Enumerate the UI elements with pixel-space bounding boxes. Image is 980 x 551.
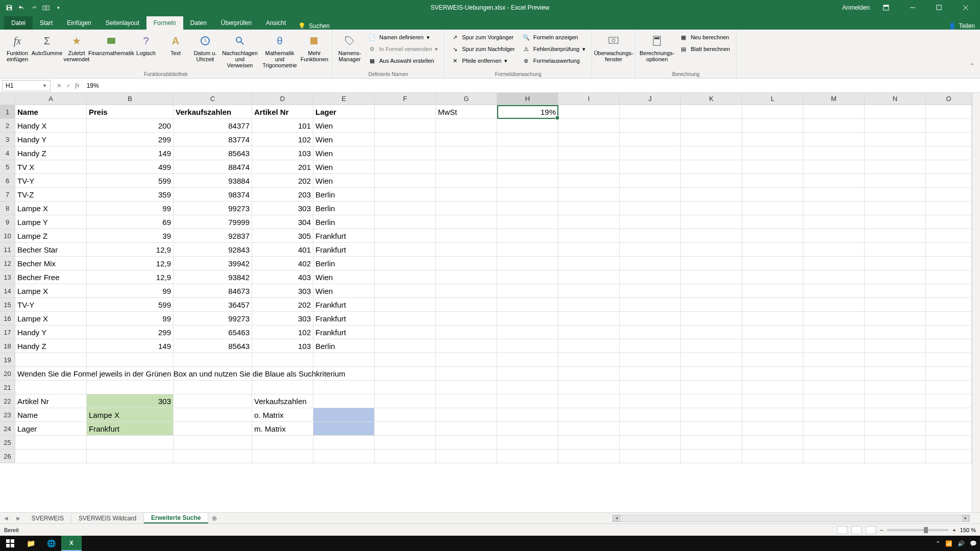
cell-O23[interactable] xyxy=(926,408,972,422)
tab-start[interactable]: Start xyxy=(33,16,60,30)
cell-O25[interactable] xyxy=(926,436,972,449)
row-header-21[interactable]: 21 xyxy=(0,381,15,394)
cell-F20[interactable] xyxy=(375,367,436,381)
cell-L13[interactable] xyxy=(742,270,803,284)
cell-I13[interactable] xyxy=(558,270,620,284)
cell-L12[interactable] xyxy=(742,257,803,270)
cell-M3[interactable] xyxy=(803,133,865,146)
cell-L6[interactable] xyxy=(742,174,803,188)
edge-button[interactable]: 🌐 xyxy=(41,536,61,551)
cell-B17[interactable]: 299 xyxy=(87,325,174,339)
cell-G17[interactable] xyxy=(436,325,497,339)
undo-icon[interactable] xyxy=(17,4,26,12)
cell-H21[interactable] xyxy=(497,381,558,394)
cell-E16[interactable]: Frankfurt xyxy=(313,312,375,325)
cell-C13[interactable]: 93842 xyxy=(174,270,252,284)
name-manager-button[interactable]: Namens-Manager xyxy=(335,32,364,63)
cell-C3[interactable]: 83774 xyxy=(174,133,252,146)
cell-K4[interactable] xyxy=(681,146,742,160)
cell-I2[interactable] xyxy=(558,119,620,133)
cell-H2[interactable] xyxy=(497,119,558,133)
minimize-button[interactable] xyxy=(902,0,923,15)
cell-M4[interactable] xyxy=(803,146,865,160)
cell-H16[interactable] xyxy=(497,312,558,325)
cell-E4[interactable]: Wien xyxy=(313,146,375,160)
lookup-button[interactable]: Nachschlagen und Verweisen xyxy=(220,32,259,69)
cell-I21[interactable] xyxy=(558,381,620,394)
cell-D18[interactable]: 103 xyxy=(252,339,313,353)
cell-I25[interactable] xyxy=(558,436,620,449)
tray-chevron-icon[interactable]: ⌃ xyxy=(936,540,940,547)
datetime-button[interactable]: Datum u. Uhrzeit xyxy=(191,32,219,63)
trace-dependents-button[interactable]: ↘Spur zum Nachfolger xyxy=(448,43,518,55)
cell-B9[interactable]: 69 xyxy=(87,215,174,229)
cell-C4[interactable]: 85643 xyxy=(174,146,252,160)
row-header-24[interactable]: 24 xyxy=(0,422,15,436)
cell-B22[interactable]: 303 xyxy=(87,394,174,408)
cell-E17[interactable]: Frankfurt xyxy=(313,325,375,339)
cell-L8[interactable] xyxy=(742,202,803,215)
cell-K13[interactable] xyxy=(681,270,742,284)
cell-N25[interactable] xyxy=(865,436,926,449)
cell-D24[interactable]: m. Matrix xyxy=(252,422,313,436)
cell-I4[interactable] xyxy=(558,146,620,160)
cell-A19[interactable] xyxy=(15,353,87,367)
cell-I6[interactable] xyxy=(558,174,620,188)
cell-N23[interactable] xyxy=(865,408,926,422)
cell-D13[interactable]: 403 xyxy=(252,270,313,284)
cell-H20[interactable] xyxy=(497,367,558,381)
cell-L2[interactable] xyxy=(742,119,803,133)
cell-J18[interactable] xyxy=(620,339,681,353)
cell-F9[interactable] xyxy=(375,215,436,229)
cell-I9[interactable] xyxy=(558,215,620,229)
cell-K17[interactable] xyxy=(681,325,742,339)
sheet-nav-prev[interactable]: ◄ xyxy=(0,515,12,522)
cell-J3[interactable] xyxy=(620,133,681,146)
cell-H7[interactable] xyxy=(497,188,558,202)
cell-H3[interactable] xyxy=(497,133,558,146)
cell-B21[interactable] xyxy=(87,381,174,394)
cell-K1[interactable] xyxy=(681,105,742,119)
cell-B25[interactable] xyxy=(87,436,174,449)
view-pagebreak-button[interactable] xyxy=(866,526,876,534)
col-header-K[interactable]: K xyxy=(681,93,742,105)
cell-H10[interactable] xyxy=(497,229,558,243)
cell-F24[interactable] xyxy=(375,422,436,436)
cell-M20[interactable] xyxy=(803,367,865,381)
cell-J14[interactable] xyxy=(620,284,681,298)
cell-O26[interactable] xyxy=(926,449,972,463)
cell-D22[interactable]: Verkaufszahlen xyxy=(252,394,313,408)
cell-O11[interactable] xyxy=(926,243,972,257)
cell-C26[interactable] xyxy=(174,449,252,463)
cell-B10[interactable]: 39 xyxy=(87,229,174,243)
cell-C9[interactable]: 79999 xyxy=(174,215,252,229)
cell-H13[interactable] xyxy=(497,270,558,284)
cell-N13[interactable] xyxy=(865,270,926,284)
row-header-22[interactable]: 22 xyxy=(0,394,15,408)
cell-J8[interactable] xyxy=(620,202,681,215)
cell-I14[interactable] xyxy=(558,284,620,298)
cell-A14[interactable]: Lampe X xyxy=(15,284,87,298)
cell-F15[interactable] xyxy=(375,298,436,312)
cell-G2[interactable] xyxy=(436,119,497,133)
cell-B4[interactable]: 149 xyxy=(87,146,174,160)
cell-O17[interactable] xyxy=(926,325,972,339)
cell-G23[interactable] xyxy=(436,408,497,422)
col-header-G[interactable]: G xyxy=(436,93,497,105)
cell-M15[interactable] xyxy=(803,298,865,312)
cell-M22[interactable] xyxy=(803,394,865,408)
cell-K12[interactable] xyxy=(681,257,742,270)
cell-G13[interactable] xyxy=(436,270,497,284)
cell-A17[interactable]: Handy Y xyxy=(15,325,87,339)
cell-H26[interactable] xyxy=(497,449,558,463)
cell-H25[interactable] xyxy=(497,436,558,449)
cell-B20[interactable] xyxy=(87,367,174,381)
cell-O19[interactable] xyxy=(926,353,972,367)
cell-L9[interactable] xyxy=(742,215,803,229)
cell-C23[interactable] xyxy=(174,408,252,422)
cell-A22[interactable]: Artikel Nr xyxy=(15,394,87,408)
share-button[interactable]: 👤Teilen xyxy=(948,22,975,30)
cell-M1[interactable] xyxy=(803,105,865,119)
cell-G24[interactable] xyxy=(436,422,497,436)
cell-I12[interactable] xyxy=(558,257,620,270)
